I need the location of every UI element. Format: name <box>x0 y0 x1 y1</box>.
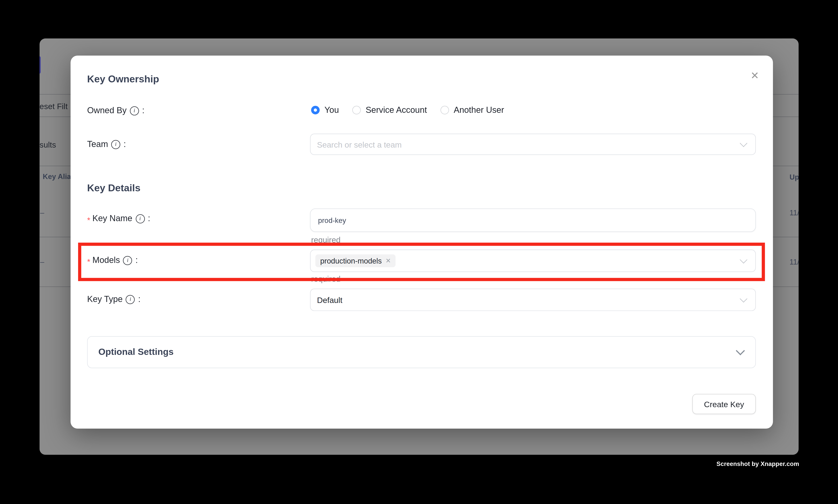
table-cell-fragment: – <box>40 258 44 266</box>
radio-option-service-account[interactable]: Service Account <box>352 105 427 115</box>
radio-label[interactable]: Another User <box>454 105 504 115</box>
models-label-text: Models <box>92 255 120 265</box>
optional-settings-panel[interactable]: Optional Settings <box>87 336 756 368</box>
radio-label[interactable]: Service Account <box>366 105 427 115</box>
chevron-down-icon <box>740 295 747 303</box>
owned-by-radio-group: You Service Account Another User <box>311 105 504 115</box>
models-select[interactable]: production-models ✕ <box>310 250 756 272</box>
key-type-select[interactable]: Default <box>310 288 756 311</box>
key-alias-header-fragment: Key Alia <box>43 173 71 181</box>
results-count-fragment: sults <box>40 140 56 149</box>
clipped-primary-button <box>40 56 41 74</box>
info-icon: i <box>123 256 132 265</box>
radio-label[interactable]: You <box>324 105 339 115</box>
close-icon[interactable]: ✕ <box>750 70 759 80</box>
colon: : <box>124 140 126 149</box>
table-cell-fragment: 11/ <box>789 258 799 266</box>
info-icon: i <box>130 106 139 115</box>
key-type-selected-value: Default <box>310 295 342 305</box>
owned-by-label: Owned By i : <box>87 106 144 115</box>
table-cell-fragment: – <box>40 209 44 217</box>
info-icon: i <box>136 214 145 223</box>
info-icon: i <box>126 295 135 304</box>
team-label: Team i : <box>87 140 126 149</box>
radio-unselected-icon[interactable] <box>440 106 449 114</box>
create-key-modal: Key Ownership ✕ Owned By i : You Service… <box>70 56 773 429</box>
team-select-placeholder: Search or select a team <box>310 140 402 149</box>
selected-model-tag-label: production-models <box>320 256 382 265</box>
required-asterisk: * <box>87 257 90 266</box>
reset-filters-fragment: eset Filt <box>40 102 68 111</box>
create-key-button[interactable]: Create Key <box>692 394 756 414</box>
radio-option-you[interactable]: You <box>311 105 339 115</box>
key-details-heading: Key Details <box>87 182 140 194</box>
models-label: * Models i : <box>87 255 138 265</box>
watermark-text: Screenshot by Xnapper.com <box>716 461 799 467</box>
colon: : <box>136 255 138 265</box>
owned-by-label-text: Owned By <box>87 106 126 115</box>
models-validation-message: required <box>311 274 340 283</box>
team-label-text: Team <box>87 140 108 149</box>
colon: : <box>148 214 150 223</box>
info-icon: i <box>111 140 121 149</box>
key-name-input[interactable] <box>310 209 756 232</box>
optional-settings-heading: Optional Settings <box>88 347 174 358</box>
chevron-down-icon <box>740 139 747 147</box>
key-name-validation-message: required <box>311 235 340 245</box>
radio-selected-icon[interactable] <box>311 106 320 114</box>
updated-header-fragment: Up <box>789 173 799 181</box>
key-type-label-text: Key Type <box>87 294 123 304</box>
selected-model-tag: production-models ✕ <box>315 254 396 267</box>
colon: : <box>142 106 144 115</box>
key-name-label-text: Key Name <box>92 214 132 223</box>
chevron-down-icon <box>740 256 747 264</box>
key-name-label: * Key Name i : <box>87 214 150 223</box>
screenshot-stage: eset Filt sults Key Alia – – Up 11/ 11/ … <box>0 0 838 504</box>
key-type-label: Key Type i : <box>87 294 140 304</box>
colon: : <box>138 294 141 304</box>
required-asterisk: * <box>87 215 90 224</box>
radio-unselected-icon[interactable] <box>352 106 361 114</box>
table-cell-fragment: 11/ <box>789 209 799 217</box>
remove-tag-icon[interactable]: ✕ <box>386 258 391 264</box>
modal-title: Key Ownership <box>87 73 159 85</box>
chevron-down-icon <box>736 346 745 355</box>
radio-option-another-user[interactable]: Another User <box>440 105 504 115</box>
team-select[interactable]: Search or select a team <box>310 133 756 155</box>
